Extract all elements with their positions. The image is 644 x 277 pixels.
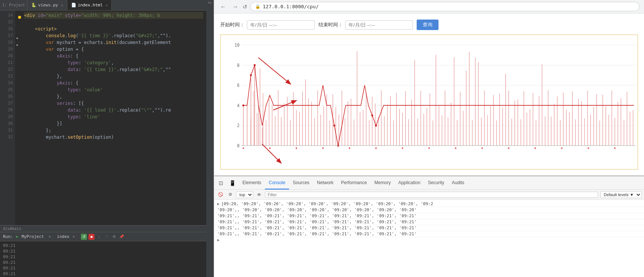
console-filter-btn[interactable]: ⚙ — [227, 191, 234, 198]
tab-performance[interactable]: Performance — [337, 176, 371, 189]
code-line-22: data: '{{ time }}'.replace("&#x27;","" — [24, 66, 203, 73]
end-time-label: 结束时间： — [318, 21, 343, 28]
svg-text:2: 2 — [237, 123, 240, 129]
run-panel: Run: ▶ MyProject ✕ index ✕ ↺ ■ ↓ ↑ ⚙ 📌 0… — [0, 232, 206, 277]
code-line-15 — [24, 19, 203, 26]
svg-point-159 — [588, 147, 589, 149]
run-content: 09:21 09:21 09:21 09:21 09:21 09:21 — [0, 241, 206, 277]
refresh-button[interactable]: ↺ — [243, 4, 247, 10]
settings-btn[interactable]: ⚙ — [111, 234, 117, 240]
chart-svg: 10 8 6 4 2 0 — [221, 35, 638, 169]
inspect-element-btn[interactable]: ⊡ — [216, 176, 226, 189]
tab-close-index[interactable]: ✕ — [106, 3, 108, 7]
context-select[interactable]: top — [236, 191, 253, 198]
forward-button[interactable]: → — [231, 3, 240, 11]
expand-icon-1[interactable]: ▶ — [217, 201, 220, 206]
console-output: ▶[09:20, '09:20', '09:20', '09:20', '09:… — [214, 200, 644, 277]
svg-text:10: 10 — [234, 42, 239, 48]
start-time-label: 开始时间： — [220, 21, 245, 28]
tab-index-html[interactable]: 📄 index.html ✕ — [67, 0, 112, 10]
dot-1 — [242, 104, 244, 107]
tab-network[interactable]: Network — [313, 176, 337, 189]
query-form: 开始时间： 结束时间： 查询 — [220, 20, 638, 30]
start-time-input[interactable] — [247, 20, 315, 30]
restart-btn[interactable]: ↺ — [81, 234, 87, 240]
code-line-17: console.log('{{ time }}'.replace("&#x27;… — [24, 32, 203, 39]
start-time-group: 开始时间： — [220, 20, 315, 30]
tab-application[interactable]: Application — [394, 176, 424, 189]
svg-point-158 — [561, 147, 563, 149]
sidebar-icon-structure[interactable]: Z — [207, 2, 212, 4]
svg-text:8: 8 — [237, 62, 240, 68]
run-tab-label[interactable]: index — [57, 234, 69, 239]
code-line-27: series: [{ — [24, 100, 203, 107]
browser-panel: ← → ↺ 🔒 127.0.0.1:8000/cpu/ 开始时间： 结束时间： … — [214, 0, 644, 277]
code-line-23: }, — [24, 73, 203, 80]
filter-input[interactable] — [265, 192, 598, 198]
x-axis-dots — [242, 147, 615, 149]
tab-console[interactable]: Console — [265, 176, 289, 189]
tab-elements[interactable]: Elements — [239, 176, 265, 189]
run-project-name[interactable]: MyProject — [21, 234, 44, 239]
url-text[interactable]: 127.0.0.1:8000/cpu/ — [263, 4, 635, 9]
run-row-6: 09:21 — [3, 271, 203, 277]
code-content[interactable]: <div id="main" style="width: 90%; height… — [21, 11, 206, 225]
up-btn[interactable]: ↑ — [104, 234, 110, 240]
svg-point-153 — [428, 147, 430, 149]
svg-text:6: 6 — [237, 83, 240, 88]
back-button[interactable]: ← — [219, 3, 228, 11]
project-label: 1: Project — [0, 0, 27, 10]
code-editor: 1415161718 1920212223 2425262728 2930313… — [0, 11, 206, 225]
svg-point-152 — [402, 147, 403, 149]
tab-sources[interactable]: Sources — [289, 176, 313, 189]
dot-6 — [371, 114, 373, 117]
dot-7 — [375, 124, 377, 127]
console-line-3: '09:21',, '09:21', '09:21', '09:21', '09… — [214, 213, 644, 219]
tab-audits[interactable]: Audits — [448, 176, 468, 189]
clear-console-btn[interactable]: 🚫 — [216, 191, 225, 198]
run-tab-close[interactable]: ✕ — [72, 234, 75, 239]
pin-btn[interactable]: 📌 — [119, 234, 125, 240]
breakpoint-marker — [18, 16, 21, 19]
run-project-close[interactable]: ✕ — [49, 234, 51, 239]
end-time-group: 结束时间： — [318, 20, 413, 30]
arrow-down2: ▶ — [17, 43, 18, 47]
code-line-20: xAxis: { — [24, 53, 203, 59]
console-line-6: '09:21',, '09:21', '09:21', '09:21', '09… — [214, 231, 644, 237]
run-row-1: 09:21 — [3, 243, 203, 248]
code-line-14: <div id="main" style="width: 90%; height… — [24, 12, 203, 19]
tab-views-py[interactable]: 🐍 views.py ✕ — [27, 0, 67, 10]
tab-security[interactable]: Security — [424, 176, 448, 189]
code-line-26: }, — [24, 93, 203, 100]
svg-point-160 — [614, 147, 616, 149]
run-project-icon: ▶ — [16, 234, 19, 239]
code-line-31: }; — [24, 127, 203, 134]
down-btn[interactable]: ↓ — [96, 234, 102, 240]
tab-close-views[interactable]: ✕ — [61, 3, 63, 7]
eye-btn[interactable]: 👁 — [256, 192, 263, 198]
svg-point-155 — [481, 147, 483, 149]
expand-arrow[interactable]: ▶ — [217, 238, 220, 242]
device-toolbar-btn[interactable]: 📱 — [226, 176, 239, 189]
code-line-30: }] — [24, 120, 203, 127]
svg-text:4: 4 — [237, 103, 240, 108]
run-row-5: 09:21 — [3, 265, 203, 271]
page-content: 开始时间： 结束时间： 查询 10 8 6 4 2 0 — [214, 14, 644, 176]
query-button[interactable]: 查询 — [417, 20, 438, 30]
svg-text:0: 0 — [237, 143, 240, 148]
code-line-18: var mychart = echarts.init(document.getE… — [24, 39, 203, 46]
svg-point-148 — [295, 147, 297, 149]
svg-point-149 — [322, 147, 324, 149]
dot-4 — [333, 124, 335, 127]
html-file-icon: 📄 — [71, 3, 76, 8]
code-line-25: type: 'value' — [24, 86, 203, 93]
line-numbers: 1415161718 1920212223 2425262728 2930313… — [0, 11, 15, 225]
end-time-input[interactable] — [345, 20, 413, 30]
stop-btn[interactable]: ■ — [88, 234, 94, 240]
tab-memory[interactable]: Memory — [371, 176, 394, 189]
devtools-tabs: ⊡ 📱 Elements Console Sources Network Per… — [214, 176, 644, 190]
tab-bar: 1: Project 🐍 views.py ✕ 📄 index.html ✕ — [0, 0, 206, 11]
chart-container: 10 8 6 4 2 0 — [220, 35, 638, 170]
console-expand-row[interactable]: ▶ — [214, 237, 644, 243]
log-level-select[interactable]: Default levels ▼ — [600, 191, 642, 198]
